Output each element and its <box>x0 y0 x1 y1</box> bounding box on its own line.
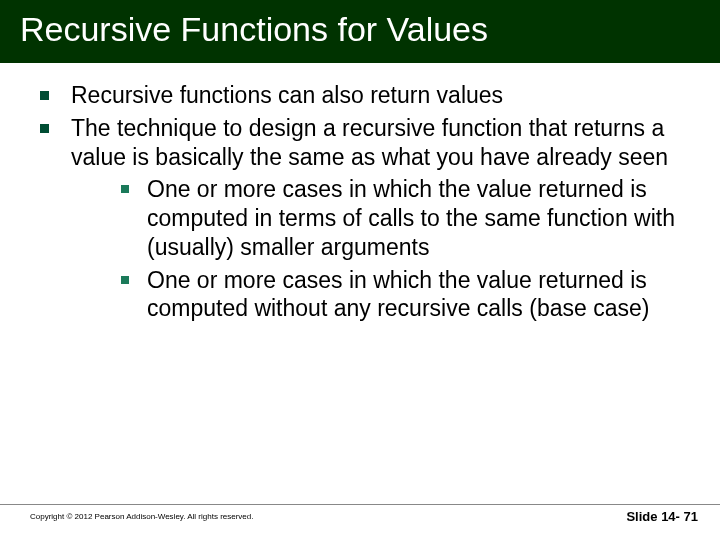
copyright-text: Copyright © 2012 Pearson Addison-Wesley.… <box>30 512 254 521</box>
bullet-text: One or more cases in which the value ret… <box>147 266 690 324</box>
slide: Recursive Functions for Values Recursive… <box>0 0 720 540</box>
bullet-level1: Recursive functions can also return valu… <box>30 81 690 110</box>
bullet-text-span: The technique to design a recursive func… <box>71 115 668 170</box>
bullet-text: The technique to design a recursive func… <box>71 114 690 323</box>
title-band: Recursive Functions for Values <box>0 0 720 63</box>
square-bullet-icon <box>40 91 49 100</box>
square-bullet-icon <box>121 276 129 284</box>
bullet-text: Recursive functions can also return valu… <box>71 81 690 110</box>
slide-body: Recursive functions can also return valu… <box>0 63 720 540</box>
slide-footer: Copyright © 2012 Pearson Addison-Wesley.… <box>0 504 720 528</box>
square-bullet-icon <box>121 185 129 193</box>
slide-number: Slide 14- 71 <box>626 509 698 524</box>
square-bullet-icon <box>40 124 49 133</box>
bullet-level1: The technique to design a recursive func… <box>30 114 690 323</box>
bullet-level2: One or more cases in which the value ret… <box>111 266 690 324</box>
slide-title: Recursive Functions for Values <box>20 10 700 49</box>
bullet-text: One or more cases in which the value ret… <box>147 175 690 261</box>
bullet-level2: One or more cases in which the value ret… <box>111 175 690 261</box>
